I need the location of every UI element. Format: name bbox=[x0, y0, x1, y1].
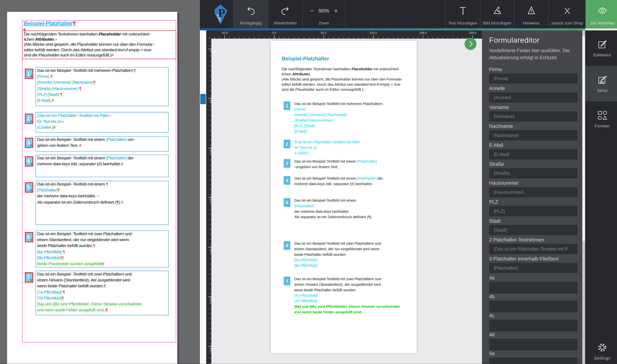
field-input-plz[interactable] bbox=[489, 206, 577, 216]
close-icon bbox=[549, 5, 586, 16]
text-line: [PLZ] [Stadt] bbox=[294, 123, 411, 129]
zoom-in-button[interactable]: + bbox=[334, 7, 338, 14]
text-line: lichen·Attributen.¬ bbox=[24, 37, 175, 42]
form-field: 4c bbox=[489, 313, 577, 331]
text-line: Das·ist·ein·Beispiel-·Textfeld·mit·zwei·… bbox=[37, 271, 167, 277]
rail-item-strict[interactable]: Strict bbox=[585, 66, 617, 101]
field-input-e-mail[interactable] bbox=[489, 149, 577, 159]
collapse-panel-button[interactable] bbox=[465, 38, 477, 50]
form-field: Vorname bbox=[489, 104, 577, 121]
text-line: [Platzhalter] bbox=[294, 203, 411, 209]
toolbar: P Rückgängig Wiederholen bbox=[200, 0, 617, 28]
svg-text:P: P bbox=[218, 6, 225, 20]
text-line: einem Standardtext, der nur eingeblendet… bbox=[294, 246, 411, 252]
field-label: Nachname bbox=[489, 123, 577, 130]
back-to-shop-button[interactable]: zurück zum Shop bbox=[548, 0, 586, 28]
field-input-4c[interactable] bbox=[489, 320, 577, 331]
field-input-4d[interactable] bbox=[489, 338, 577, 350]
field-input-4b[interactable] bbox=[489, 300, 577, 312]
document-source-panel: Beispiel-Platzhalter¶ ¶ Die·nachfolgende… bbox=[0, 0, 200, 364]
undo-button[interactable]: Rückgängig bbox=[233, 0, 268, 28]
canvas-vertical-scrollbar[interactable] bbox=[200, 30, 206, 364]
text-line: [Anrede]·[Vorname]·[Nachname]¶ bbox=[37, 79, 167, 86]
preview-item: 1Das ist ein Beispiel-Textfeld mit mehre… bbox=[284, 101, 411, 134]
text-line: [7b Pflichtfeld] bbox=[294, 298, 411, 304]
text-line: [Das ist ein Platzhalter-Textfeld mit Pl… bbox=[294, 139, 411, 145]
item-number-badge: 7 bbox=[284, 277, 290, 285]
field-input-hausnummer[interactable] bbox=[489, 187, 577, 197]
item-number-badge: 6 bbox=[284, 241, 290, 250]
ruler-label: 199.9 bbox=[466, 31, 479, 35]
field-input-anrede[interactable] bbox=[489, 92, 577, 103]
text-line: einem Hinweis (Standardtext), der ausgeb… bbox=[294, 282, 411, 287]
preview-items: 1Das ist ein Beispiel-Textfeld mit mehre… bbox=[284, 101, 411, 315]
sidebar-scrollbar[interactable] bbox=[582, 30, 585, 364]
text-line: [Straße] [Hausnummer] bbox=[294, 117, 411, 123]
add-image-button[interactable]: Bild hinzufügen bbox=[480, 0, 514, 28]
block-number-badge: 5# bbox=[25, 182, 33, 193]
field-label: Firma bbox=[489, 66, 577, 73]
field-label: 2 Platzhalter-Textrahmen bbox=[489, 237, 577, 244]
redo-button[interactable]: Wiederholen bbox=[268, 0, 302, 28]
text-line: erst·wenn·beide·Felder·ausgefüllt·sind.]… bbox=[37, 307, 167, 313]
ruler-label: 50.0 bbox=[317, 31, 330, 35]
form-editor-title: Formulareditor bbox=[489, 36, 539, 44]
sidebar-scrollbar-thumb[interactable] bbox=[582, 36, 585, 241]
field-input-2-platzhalter-textrahmen[interactable] bbox=[489, 244, 577, 254]
field-input-straße[interactable] bbox=[489, 168, 577, 178]
form-field: Hausnummer bbox=[489, 180, 577, 197]
ruler-label: 0.0 bbox=[209, 48, 211, 52]
field-label: 4d bbox=[489, 332, 577, 338]
text-line: für Text bis zu bbox=[294, 145, 411, 150]
field-input-3-platzhalter-innerhalb-fließtext[interactable] bbox=[489, 263, 577, 273]
redo-icon bbox=[268, 5, 302, 16]
text-line: [E-Mail] bbox=[294, 129, 411, 134]
add-text-button[interactable]: Text hinzufügen bbox=[445, 0, 480, 28]
locked-text-frame: 6#Das·ist·ein·Beispiel-·Textfeld·mit·zwe… bbox=[36, 231, 169, 268]
text-line: (Alle·Blöcke·sind·gesperrt,·die·Placehol… bbox=[24, 42, 175, 47]
block-number-badge: 4# bbox=[25, 156, 33, 167]
locked-text-frame: 7#Das·ist·ein·Beispiel-·Textfeld·mit·zwe… bbox=[36, 271, 169, 315]
printformer-logo-icon: P bbox=[215, 4, 230, 25]
text-line: Das ist ein Beispiel-Textfeld mit mehrer… bbox=[294, 101, 411, 107]
app-window: Beispiel-Platzhalter¶ ¶ Die·nachfolgende… bbox=[0, 0, 617, 364]
chevron-right-icon bbox=[465, 38, 477, 50]
form-field: Nachname bbox=[489, 123, 577, 140]
field-label: E-Mail bbox=[489, 142, 577, 149]
preview-button[interactable]: zur Vorschau bbox=[586, 0, 617, 28]
block-number-badge: 6# bbox=[25, 232, 33, 242]
text-line: [PLZ]·[Stadt]·¶ bbox=[37, 91, 167, 98]
text-line: einem·Hinweis·(Standardtext),·der·ausgeb… bbox=[37, 277, 167, 283]
field-input-firma[interactable] bbox=[489, 73, 577, 83]
item-number-badge: 1 bbox=[284, 102, 290, 110]
block-number-badge: 7# bbox=[25, 272, 33, 283]
zoom-out-button[interactable]: − bbox=[310, 7, 314, 14]
ruler-label: 0.0 bbox=[267, 31, 281, 35]
form-field: 2 Platzhalter-Textrahmen bbox=[489, 237, 577, 254]
item-number-badge: 3 bbox=[284, 159, 290, 168]
text-line: [7a·Pflichtfeld]·¶ bbox=[37, 289, 167, 295]
text-line: beide·Platzhalter·befüllt·wurden.¶ bbox=[37, 243, 167, 249]
text-line: Das·ist·ein·Beispiel-·Textfeld·mit·mehre… bbox=[37, 67, 167, 74]
rail-item-formen[interactable]: Formen bbox=[585, 101, 617, 137]
text-line: [8a] und [8b] sind Pflichtfelder. Dieser… bbox=[294, 304, 411, 309]
preview-item: 4Das ist ein Beispiel-Textfeld mit einem… bbox=[284, 176, 411, 187]
ruler-label: 249.9 bbox=[209, 296, 211, 303]
horizontal-ruler: -50.00.050.0100.0149.9199.9 bbox=[206, 30, 482, 39]
text-line: Das·ist·ein·Beispiel-·Textfeld·mit·einem… bbox=[37, 181, 167, 187]
field-input-vorname[interactable] bbox=[489, 111, 577, 121]
ruler-label: 50.0 bbox=[209, 98, 211, 103]
rail-item-editieren[interactable]: Editieren bbox=[585, 30, 617, 66]
canvas-vertical-scrollbar-thumb[interactable] bbox=[200, 94, 206, 104]
form-field: Firma bbox=[489, 66, 577, 83]
hints-button[interactable]: Hinweise bbox=[514, 0, 548, 28]
field-input-nachname[interactable] bbox=[489, 130, 577, 140]
rail-item-settings[interactable]: Settings bbox=[585, 333, 617, 364]
field-input-5a[interactable] bbox=[489, 357, 577, 364]
text-line: editor·befüllt·werden.·Durch·das·Attribu… bbox=[24, 47, 175, 52]
text-line: editor befüllt werden. Durch das Attribu… bbox=[282, 82, 402, 87]
form-field: 5a bbox=[489, 351, 577, 364]
field-input-4a[interactable] bbox=[489, 282, 577, 293]
field-input-stadt[interactable] bbox=[489, 225, 577, 235]
mode-rail: Editieren Strict bbox=[585, 30, 617, 364]
